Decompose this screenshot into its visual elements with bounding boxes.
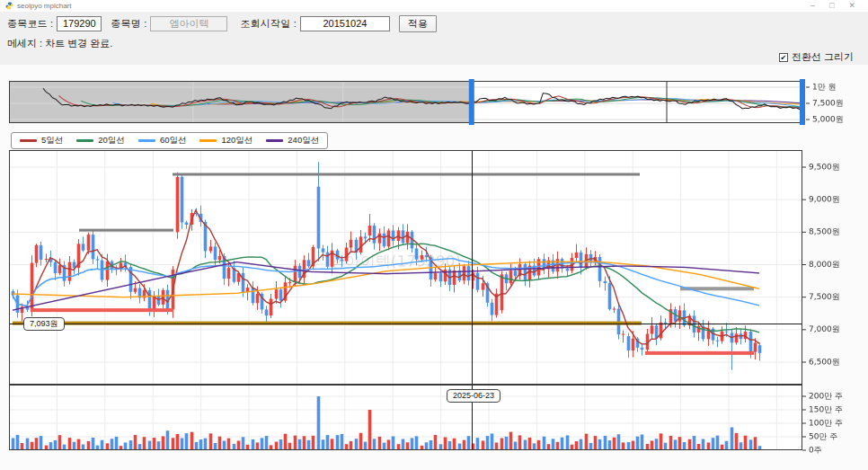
app-icon xyxy=(5,2,13,10)
ma20-line-swatch xyxy=(76,139,93,142)
draw-line-option[interactable]: ✔ 전환선 그리기 xyxy=(779,50,854,64)
stock-code-label: 종목코드 : xyxy=(7,17,53,31)
start-date-input[interactable] xyxy=(300,16,390,31)
ma60-line-swatch xyxy=(138,139,155,142)
maximize-button[interactable]: □ xyxy=(829,0,834,12)
draw-line-label: 전환선 그리기 xyxy=(792,50,854,64)
legend-item-ma5: 5일선 xyxy=(20,135,63,146)
legend-item-ma20: 20일선 xyxy=(76,135,125,146)
stock-code-input[interactable] xyxy=(57,16,102,31)
crosshair-price-badge: 7,093원 xyxy=(23,317,65,331)
stock-name-input xyxy=(150,16,227,31)
legend-item-ma60: 60일선 xyxy=(138,135,187,146)
legend-item-ma240: 240일선 xyxy=(266,135,319,146)
draw-line-checkbox[interactable]: ✔ xyxy=(779,53,788,62)
apply-button[interactable]: 적용 xyxy=(399,15,437,32)
close-button[interactable]: ✕ xyxy=(848,0,855,12)
ma240-line-swatch xyxy=(266,139,283,142)
ma5-line-swatch xyxy=(20,139,37,142)
ma-legend: 5일선 20일선 60일선 120일선 240일선 xyxy=(11,132,328,149)
stock-name-label: 종목명 : xyxy=(111,17,146,31)
status-message: 메세지 : 차트 변경 완료. xyxy=(7,37,112,50)
stock-chart-canvas[interactable] xyxy=(0,65,868,470)
crosshair-date-badge: 2025-06-23 xyxy=(447,389,500,403)
title-bar: seolpyo mplchart – □ ✕ xyxy=(0,0,868,12)
minimize-button[interactable]: – xyxy=(810,0,815,12)
ma120-line-swatch xyxy=(199,139,217,142)
window-title: seolpyo mplchart xyxy=(17,2,71,10)
toolbar: 종목코드 : 종목명 : 조회시작일 : 적용 xyxy=(7,14,437,32)
start-date-label: 조회시작일 : xyxy=(240,17,297,31)
legend-item-ma120: 120일선 xyxy=(199,135,252,146)
